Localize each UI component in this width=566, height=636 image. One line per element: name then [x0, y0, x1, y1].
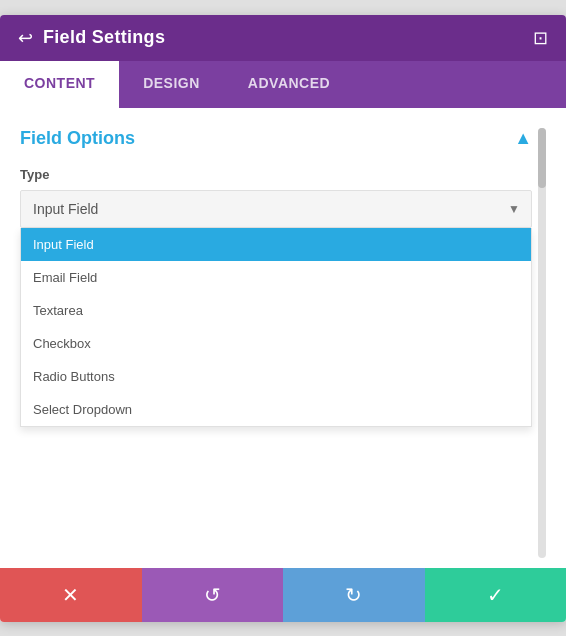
scrollbar[interactable] [538, 128, 546, 558]
expand-icon[interactable]: ⊡ [533, 27, 548, 49]
save-icon: ✓ [487, 583, 504, 607]
cancel-icon: ✕ [62, 583, 79, 607]
tab-content[interactable]: Content [0, 61, 119, 108]
reset-icon: ↺ [204, 583, 221, 607]
tab-advanced[interactable]: Advanced [224, 61, 354, 108]
back-icon[interactable]: ↩ [18, 27, 33, 49]
type-label: Type [20, 167, 532, 182]
dropdown-item-radio[interactable]: Radio Buttons [21, 360, 531, 393]
cancel-button[interactable]: ✕ [0, 568, 142, 622]
footer-toolbar: ✕ ↺ ↻ ✓ [0, 568, 566, 622]
section-header: Field Options ▲ [20, 128, 532, 149]
dropdown-item-textarea[interactable]: Textarea [21, 294, 531, 327]
dropdown-item-checkbox[interactable]: Checkbox [21, 327, 531, 360]
section-title: Field Options [20, 128, 135, 149]
section-toggle-icon[interactable]: ▲ [514, 128, 532, 149]
header-left: ↩ Field Settings [18, 27, 165, 49]
content-area: Field Options ▲ Type Input Field ▼ Input… [0, 108, 566, 568]
type-select[interactable]: Input Field [20, 190, 532, 228]
tab-bar: Content Design Advanced [0, 61, 566, 108]
type-field-group: Type Input Field ▼ Input Field Email Fie… [20, 167, 532, 228]
reset-button[interactable]: ↺ [142, 568, 284, 622]
tab-design[interactable]: Design [119, 61, 224, 108]
redo-icon: ↻ [345, 583, 362, 607]
dropdown-item-input[interactable]: Input Field [21, 228, 531, 261]
type-dropdown-list: Input Field Email Field Textarea Checkbo… [20, 228, 532, 427]
scrollbar-thumb[interactable] [538, 128, 546, 188]
dropdown-item-email[interactable]: Email Field [21, 261, 531, 294]
panel-title: Field Settings [43, 27, 165, 48]
header: ↩ Field Settings ⊡ [0, 15, 566, 61]
redo-button[interactable]: ↻ [283, 568, 425, 622]
type-select-wrapper: Input Field ▼ Input Field Email Field Te… [20, 190, 532, 228]
save-button[interactable]: ✓ [425, 568, 567, 622]
field-settings-panel: ↩ Field Settings ⊡ Content Design Advanc… [0, 15, 566, 622]
dropdown-item-select[interactable]: Select Dropdown [21, 393, 531, 426]
